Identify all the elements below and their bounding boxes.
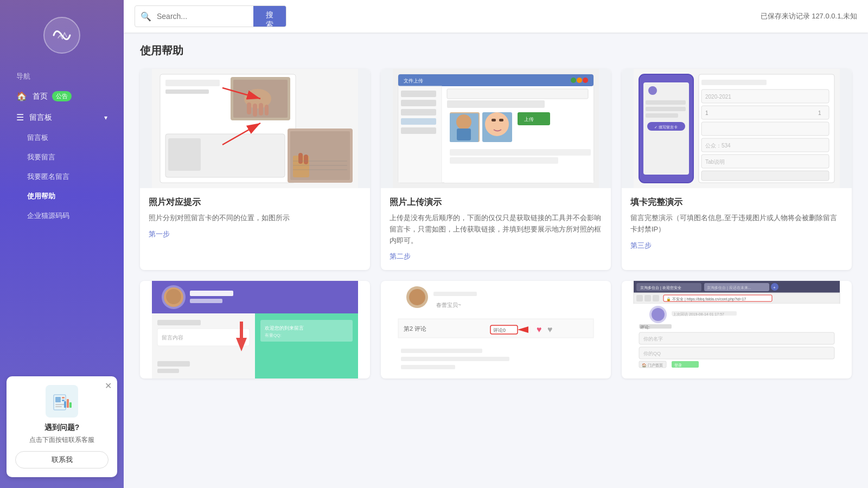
svg-rect-97 (260, 320, 353, 342)
bottom-card-1: 留言内容 欢迎您的到来留言 有量QQ: (140, 281, 370, 378)
svg-rect-13 (165, 89, 209, 94)
card1-body: 照片对应提示 照片分别对照留言卡的不同的位置，如图所示 第一步 (140, 188, 370, 248)
search-button[interactable]: 搜索 (253, 6, 286, 27)
svg-text:评论0: 评论0 (493, 328, 506, 333)
sub-anonymous-label: 我要匿名留言 (27, 172, 69, 181)
card3-desc: 留言完整演示（可填图名信息,至于违规图片或人物将会被删除留言卡封禁IP） (630, 213, 843, 235)
svg-text:🔒 不安全 | https://bbq.fatda.cn/: 🔒 不安全 | https://bbq.fatda.cn/cont.php?id… (666, 297, 746, 301)
card2-desc: 上传是没有先后顺序的，下面的仅仅只是获取链接的工具并不会影响留言卡，只需如图，上… (390, 213, 602, 246)
bottom-card-grid: 留言内容 欢迎您的到来留言 有量QQ: (140, 281, 852, 378)
svg-rect-106 (409, 289, 425, 305)
svg-rect-130 (644, 295, 651, 301)
page-title: 使用帮助 (140, 43, 852, 58)
svg-text:你的名字: 你的名字 (643, 336, 663, 342)
svg-rect-45 (401, 109, 436, 115)
message-icon: ☰ (16, 112, 24, 123)
svg-rect-9 (69, 402, 72, 408)
svg-rect-6 (55, 406, 62, 407)
svg-text:上次回访 2019-08-14 01:17:57: 上次回访 2019-08-14 01:17:57 (673, 312, 724, 317)
widget-icon (46, 385, 78, 418)
card2-image: 文件上传 (381, 69, 611, 188)
svg-rect-91 (190, 299, 222, 303)
svg-text:第2 评论: 第2 评论 (404, 325, 426, 332)
sidebar-subitem-help[interactable]: 使用帮助 (0, 187, 124, 206)
card1-step[interactable]: 第一步 (149, 229, 361, 239)
svg-rect-69 (646, 113, 678, 118)
svg-rect-141 (639, 332, 834, 344)
logo (43, 16, 81, 56)
card-form-demo: ✓ 填写留言卡 2020-2021 1 1 公众：534 Tab说明 (622, 69, 852, 270)
card3-body: 填卡完整演示 留言完整演示（可填图名信息,至于违规图片或人物将会被删除留言卡封禁… (622, 188, 852, 259)
svg-rect-18 (253, 104, 257, 117)
svg-rect-31 (304, 155, 308, 164)
svg-text:公众：534: 公众：534 (705, 143, 731, 149)
submenu: 留言板 我要留言 我要匿名留言 使用帮助 企业猫源码码 (0, 128, 124, 226)
nav-label: 导航 (0, 67, 124, 86)
svg-rect-119 (401, 365, 455, 369)
svg-rect-58 (457, 129, 471, 140)
svg-rect-76 (701, 106, 829, 119)
svg-rect-118 (401, 357, 509, 361)
sidebar-item-messageboard[interactable]: ☰ 留言板 ▾ (0, 107, 124, 128)
svg-rect-47 (401, 127, 436, 134)
card3-title: 填卡完整演示 (630, 197, 843, 208)
svg-text:京淘多住台 | 应还在未来...: 京淘多住台 | 应还在未来... (707, 286, 751, 290)
messageboard-label: 留言板 (29, 113, 52, 123)
sidebar-subitem-enterprise[interactable]: 企业猫源码码 (0, 206, 124, 226)
svg-text:评论:: 评论: (640, 325, 650, 330)
svg-rect-50 (447, 100, 545, 108)
svg-rect-67 (646, 100, 686, 105)
svg-rect-93 (157, 320, 201, 325)
contact-button[interactable]: 联系我 (15, 451, 108, 468)
svg-text:欢迎您的到来留言: 欢迎您的到来留言 (265, 325, 304, 331)
svg-text:2020-2021: 2020-2021 (705, 94, 731, 100)
sub-board-label: 留言板 (27, 133, 48, 142)
search-input[interactable] (157, 8, 253, 25)
svg-rect-2 (55, 397, 61, 402)
home-label: 首页 (33, 92, 48, 101)
svg-rect-61 (450, 149, 591, 156)
close-widget-button[interactable]: ✕ (105, 381, 112, 391)
svg-text:1: 1 (818, 110, 821, 116)
sidebar-subitem-board[interactable]: 留言板 (0, 128, 124, 147)
svg-rect-107 (433, 292, 477, 296)
bottom-card-2: 春蕾宝贝~ 第2 评论 评论0 ♥ ♥ (381, 281, 611, 378)
sidebar-item-home[interactable]: 🏠 首页 公告 (0, 86, 124, 107)
header: 🔍 搜索 已保存来访记录 127.0.0.1,未知 (124, 0, 868, 33)
search-icon: 🔍 (135, 11, 157, 22)
svg-rect-43 (401, 91, 436, 97)
svg-text:1: 1 (705, 110, 709, 116)
widget-subtitle: 点击下面按钮联系客服 (15, 435, 108, 445)
card1-desc: 照片分别对照留言卡的不同的位置，如图所示 (149, 213, 361, 224)
svg-point-41 (571, 78, 576, 83)
home-icon: 🏠 (16, 91, 27, 101)
svg-text:♥: ♥ (547, 325, 553, 334)
card2-title: 照片上传演示 (390, 197, 602, 208)
card-photo-position: 照片对应提示 照片分别对照留言卡的不同的位置，如图所示 第一步 (140, 69, 370, 270)
bottom-card-3: 京淘多住台 | 欢迎您安全 京淘多住台 | 应还在未来... + 🔒 不安全 |… (622, 281, 852, 378)
svg-rect-46 (401, 118, 436, 125)
sidebar: 导航 🏠 首页 公告 ☰ 留言板 ▾ 留言板 我要留言 我要匿名留言 使用帮助 … (0, 0, 124, 488)
svg-rect-73 (701, 80, 767, 85)
svg-point-40 (577, 78, 582, 83)
svg-point-39 (583, 78, 588, 83)
expand-arrow-icon: ▾ (104, 114, 107, 121)
svg-rect-54 (492, 119, 496, 121)
svg-rect-143 (639, 347, 834, 359)
card3-step[interactable]: 第三步 (630, 241, 843, 251)
sidebar-subitem-mymessage[interactable]: 我要留言 (0, 147, 124, 167)
svg-rect-37 (398, 74, 593, 86)
svg-point-57 (456, 114, 471, 130)
main-content: 🔍 搜索 已保存来访记录 127.0.0.1,未知 使用帮助 (124, 0, 868, 488)
svg-rect-44 (401, 100, 436, 106)
sidebar-subitem-anonymous[interactable]: 我要匿名留言 (0, 167, 124, 187)
svg-rect-20 (265, 105, 269, 115)
card2-step[interactable]: 第二步 (390, 252, 602, 261)
card1-title: 照片对应提示 (149, 197, 361, 208)
svg-text:春蕾宝贝~: 春蕾宝贝~ (436, 302, 461, 308)
svg-rect-102 (157, 361, 190, 367)
svg-rect-79 (701, 122, 829, 136)
card1-image (140, 69, 370, 188)
sub-mymessage-label: 我要留言 (27, 153, 55, 161)
svg-text:♥: ♥ (537, 325, 542, 334)
